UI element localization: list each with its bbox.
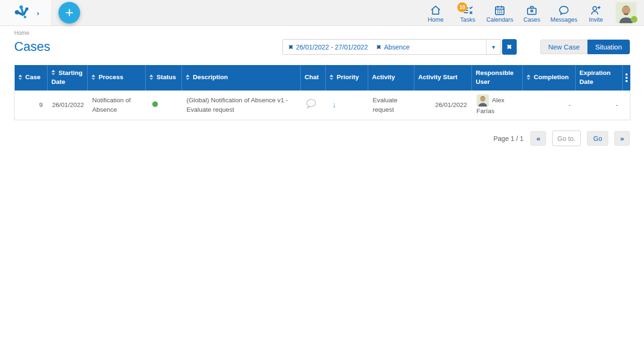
goto-page-input[interactable] [552,131,581,146]
topbar: › + Home 10 Tasks [0,0,644,26]
situation-button[interactable]: Situation [587,40,630,54]
briefcase-icon [526,5,538,16]
logo-block: › [0,0,52,25]
clear-filters-button[interactable]: ✖ [502,39,517,55]
nav-item-cases[interactable]: Cases [518,3,546,23]
nav-label: Calendars [487,16,513,23]
column-header-description[interactable]: Description [182,65,301,90]
cell-activity: Evaluate request [368,90,414,120]
filter-group: ✖ 26/01/2022 - 27/01/2022 ✖ Absence ▼ ✖ [282,39,517,55]
next-page-button[interactable]: » [614,131,630,146]
filter-input[interactable]: ✖ 26/01/2022 - 27/01/2022 ✖ Absence ▼ [282,39,501,55]
flokzu-logo-icon[interactable] [12,3,30,23]
cell-description: (Global) Notification of Absence v1 - Ev… [182,90,301,120]
filter-dropdown-button[interactable]: ▼ [486,40,501,54]
cell-responsible-user: Alex Farías [472,90,523,120]
cell-chat[interactable] [301,90,326,120]
status-green-dot-icon [152,101,158,107]
case-table-row[interactable]: 9 26/01/2022 Notification of Absence (Gl… [15,90,630,120]
user-avatar[interactable] [616,2,636,23]
cell-expiration-date: - [576,90,623,120]
table-header-row: Case Starting Date Process Status Descri… [15,65,630,90]
chat-bubble-icon[interactable] [305,103,317,110]
column-header-activity[interactable]: Activity [368,65,414,90]
page-indicator: Page 1 / 1 [493,135,523,142]
filter-chip-date-range[interactable]: ✖ 26/01/2022 - 27/01/2022 [289,43,368,51]
kebab-menu-icon [625,74,628,82]
cell-starting-date: 26/01/2022 [48,90,88,120]
sort-icon [91,74,95,80]
sort-icon [330,74,333,80]
column-header-starting-date[interactable]: Starting Date [48,65,88,90]
filter-chip-label: Absence [384,43,409,51]
page-header: Cases ✖ 26/01/2022 - 27/01/2022 ✖ Absenc… [14,39,630,55]
responsible-user-avatar [477,94,489,107]
invite-user-icon [590,5,602,16]
tasks-count-badge: 10 [457,2,467,12]
nav-label: Tasks [460,16,475,23]
column-options-menu[interactable] [623,65,630,90]
online-status-dot [631,16,637,23]
filter-chips: ✖ 26/01/2022 - 27/01/2022 ✖ Absence [283,40,486,54]
filter-chip-label: 26/01/2022 - 27/01/2022 [296,43,368,51]
sort-icon [527,74,530,80]
previous-page-button[interactable]: « [530,131,546,146]
priority-low-arrow-icon: ↓ [332,100,337,109]
nav-label: Invite [589,16,603,23]
column-header-expiration-date[interactable]: Expiration Date [576,65,623,90]
cell-row-menu [623,90,630,120]
message-bubble-icon [558,5,570,16]
go-button[interactable]: Go [587,131,608,146]
nav-label: Home [428,16,443,23]
column-header-case[interactable]: Case [15,65,48,90]
cases-table: Case Starting Date Process Status Descri… [14,65,630,120]
cell-activity-start: 26/01/2022 [414,90,472,120]
nav-label: Messages [551,16,578,23]
nav-label: Cases [523,16,540,23]
nav-item-invite[interactable]: Invite [582,3,610,23]
remove-filter-icon[interactable]: ✖ [289,44,293,50]
add-new-button[interactable]: + [58,2,80,24]
calendar-icon [494,5,506,16]
nav-item-messages[interactable]: Messages [550,3,578,23]
column-header-priority[interactable]: Priority [326,65,368,90]
cell-case-number: 9 [15,90,48,120]
sort-icon [186,74,190,80]
column-header-responsible-user[interactable]: Responsible User [472,65,523,90]
cell-priority: ↓ [326,90,368,120]
sidebar-expand-chevron-icon[interactable]: › [37,9,39,17]
top-navigation: Home 10 Tasks [421,0,644,25]
column-header-completion[interactable]: Completion [523,65,576,90]
column-header-activity-start[interactable]: Activity Start [414,65,472,90]
case-actions: New Case Situation [540,40,630,54]
sort-icon [18,74,22,80]
sort-icon [149,74,153,80]
new-case-button[interactable]: New Case [540,40,587,54]
page-title: Cases [14,40,50,54]
cell-completion: - [523,90,576,120]
home-icon [429,5,442,16]
nav-item-calendars[interactable]: Calendars [486,3,514,23]
cell-process: Notification of Absence [88,90,146,120]
sort-icon [51,70,55,75]
cell-status [146,90,182,120]
column-header-status[interactable]: Status [146,65,182,90]
remove-filter-icon[interactable]: ✖ [376,44,381,50]
breadcrumb[interactable]: Home [14,30,644,36]
filter-chip-absence[interactable]: ✖ Absence [376,43,410,51]
column-header-process[interactable]: Process [88,65,146,90]
nav-item-tasks[interactable]: 10 Tasks [454,3,482,23]
pagination: Page 1 / 1 « Go » [0,131,630,146]
column-header-chat[interactable]: Chat [301,65,326,90]
nav-item-home[interactable]: Home [421,3,450,23]
